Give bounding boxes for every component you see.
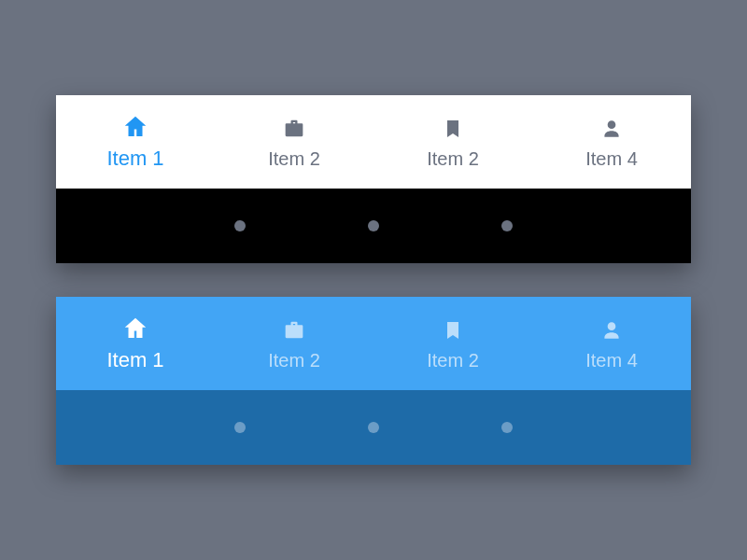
- indicator-dot: [501, 422, 513, 433]
- indicator-dot: [501, 220, 513, 231]
- briefcase-icon: [280, 115, 308, 143]
- nav-item-2[interactable]: Item 2: [215, 297, 374, 390]
- nav-card-light: Item 1 Item 2 Item 2 Item 4: [56, 95, 691, 263]
- nav-item-label: Item 4: [585, 350, 638, 371]
- nav-item-label: Item 2: [268, 350, 320, 371]
- nav-item-label: Item 2: [268, 148, 320, 170]
- indicator-dot: [368, 220, 379, 231]
- indicator-dot: [234, 422, 246, 433]
- person-icon: [598, 316, 626, 344]
- nav-item-4[interactable]: Item 4: [532, 297, 691, 390]
- nav-item-4[interactable]: Item 4: [532, 95, 691, 189]
- navbar: Item 1 Item 2 Item 2 Item 4: [56, 95, 691, 189]
- nav-item-label: Item 1: [106, 147, 163, 171]
- indicator-dot: [368, 422, 379, 433]
- home-icon: [121, 315, 149, 343]
- nav-item-2[interactable]: Item 2: [215, 95, 374, 189]
- nav-item-1[interactable]: Item 1: [56, 297, 215, 390]
- navbar: Item 1 Item 2 Item 2 Item 4: [56, 297, 691, 390]
- briefcase-icon: [280, 316, 308, 344]
- person-icon: [598, 115, 626, 143]
- indicator-row: [56, 390, 691, 465]
- home-icon: [121, 113, 149, 141]
- nav-item-label: Item 1: [106, 348, 163, 372]
- nav-card-blue: Item 1 Item 2 Item 2 Item 4: [56, 297, 691, 465]
- bookmark-icon: [439, 115, 467, 143]
- bookmark-icon: [439, 316, 467, 344]
- nav-item-label: Item 4: [585, 148, 638, 170]
- indicator-dot: [234, 220, 246, 231]
- nav-item-label: Item 2: [427, 148, 479, 170]
- nav-item-3[interactable]: Item 2: [374, 297, 532, 390]
- indicator-row: [56, 189, 691, 263]
- nav-item-3[interactable]: Item 2: [374, 95, 532, 189]
- nav-item-label: Item 2: [427, 350, 479, 371]
- nav-item-1[interactable]: Item 1: [56, 95, 215, 189]
